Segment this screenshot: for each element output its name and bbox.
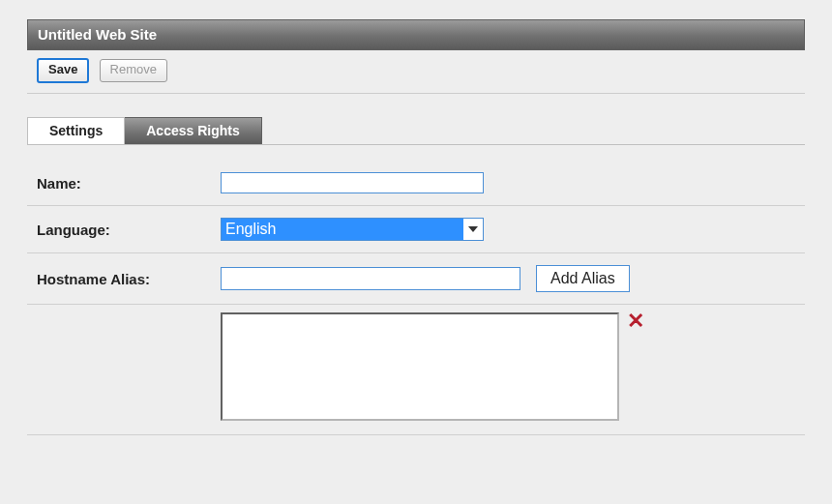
remove-button: Remove — [100, 59, 167, 82]
add-alias-button[interactable]: Add Alias — [536, 265, 630, 292]
row-hostname: Hostname Alias: Add Alias — [27, 253, 805, 305]
hostname-input[interactable] — [221, 267, 520, 290]
tab-settings[interactable]: Settings — [27, 117, 125, 144]
settings-form: Name: Language: English Hostname Alias: … — [27, 161, 805, 435]
row-name: Name: — [27, 161, 805, 206]
language-selected: English — [222, 219, 463, 240]
save-button[interactable]: Save — [37, 58, 89, 83]
tabs: SettingsAccess Rights — [27, 117, 805, 145]
name-input[interactable] — [221, 172, 484, 193]
name-label: Name: — [37, 175, 221, 192]
tab-access-rights[interactable]: Access Rights — [124, 117, 261, 144]
language-label: Language: — [37, 222, 221, 238]
delete-alias-icon[interactable]: ✕ — [627, 312, 644, 330]
chevron-down-icon — [463, 219, 483, 240]
row-language: Language: English — [27, 206, 805, 253]
hostname-label: Hostname Alias: — [37, 271, 221, 287]
svg-marker-0 — [468, 226, 478, 232]
page-title-text: Untitled Web Site — [38, 26, 157, 43]
row-alias-list: ✕ — [27, 305, 805, 435]
language-dropdown[interactable]: English — [221, 218, 484, 241]
page-title: Untitled Web Site — [27, 19, 805, 50]
action-toolbar: Save Remove — [27, 50, 805, 94]
alias-textarea[interactable] — [221, 312, 619, 421]
